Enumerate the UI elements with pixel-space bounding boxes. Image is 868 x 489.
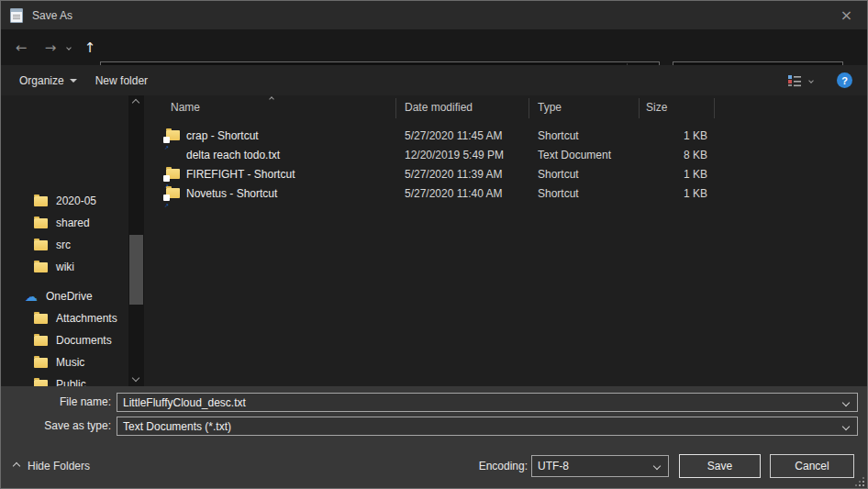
navigation-pane: 2020-05 shared src wiki ☁ OneDrive Attac… — [1, 95, 148, 386]
file-row[interactable]: delta reach todo.txt 12/20/2019 5:49 PM … — [148, 146, 867, 165]
file-name-input[interactable] — [117, 396, 843, 409]
column-header-type[interactable]: Type — [538, 101, 562, 114]
file-name-combobox[interactable] — [117, 393, 858, 412]
cancel-button[interactable]: Cancel — [770, 454, 854, 478]
file-row[interactable]: crap - Shortcut 5/27/2020 11:45 AM Short… — [148, 127, 867, 146]
encoding-dropdown[interactable]: UTF-8 — [531, 455, 669, 477]
file-rows: crap - Shortcut 5/27/2020 11:45 AM Short… — [148, 127, 867, 204]
help-button[interactable]: ? — [837, 72, 852, 88]
back-button[interactable]: ← — [8, 29, 34, 65]
details-view-icon[interactable] — [787, 74, 802, 87]
chevron-down-icon — [70, 79, 77, 83]
chevron-down-icon[interactable] — [653, 462, 661, 470]
column-divider[interactable] — [529, 98, 529, 118]
forward-button[interactable]: → — [38, 29, 63, 65]
sidebar-item-wiki[interactable]: wiki — [1, 256, 128, 278]
folder-icon — [34, 218, 48, 228]
hide-folders-label: Hide Folders — [28, 460, 90, 472]
folder-icon — [34, 358, 48, 368]
save-as-dialog: Save As × ← → ↑ This PC Desktop ↻ Organ — [0, 0, 868, 489]
encoding-value: UTF-8 — [532, 460, 654, 472]
folder-icon — [34, 380, 48, 387]
recent-locations-button[interactable] — [61, 29, 76, 65]
folder-icon — [34, 240, 48, 250]
chevron-down-icon[interactable] — [842, 422, 850, 429]
folder-icon — [34, 336, 48, 346]
shortcut-arrow-icon — [163, 175, 170, 182]
save-as-type-dropdown[interactable]: Text Documents (*.txt) — [117, 417, 858, 436]
save-button[interactable]: Save — [679, 454, 761, 478]
folder-shortcut-icon — [166, 130, 180, 140]
bottom-panel: File name: Save as type: Text Documents … — [1, 386, 867, 489]
column-header-date-modified[interactable]: Date modified — [405, 101, 473, 114]
scrollbar-thumb[interactable] — [129, 235, 143, 305]
save-as-type-value: Text Documents (*.txt) — [117, 420, 843, 433]
navigation-bar: ← → ↑ This PC Desktop ↻ — [1, 29, 867, 65]
sidebar-item-2020-05[interactable]: 2020-05 — [1, 190, 128, 212]
resize-grip[interactable] — [856, 478, 864, 486]
organize-button[interactable]: Organize — [10, 65, 86, 95]
file-list: Name Date modified Type Size crap - Shor… — [148, 95, 867, 386]
sort-ascending-icon — [269, 96, 274, 102]
hide-folders-button[interactable]: Hide Folders — [14, 454, 90, 478]
folder-icon — [34, 196, 48, 206]
command-toolbar: Organize New folder ? — [1, 65, 867, 95]
organize-label: Organize — [19, 74, 64, 87]
close-button[interactable]: × — [826, 1, 867, 29]
sidebar-item-documents[interactable]: Documents — [1, 329, 128, 351]
file-row[interactable]: Novetus - Shortcut 5/27/2020 11:40 AM Sh… — [148, 184, 867, 204]
main-area: 2020-05 shared src wiki ☁ OneDrive Attac… — [1, 95, 867, 386]
folder-icon — [34, 262, 48, 272]
column-headers: Name Date modified Type Size — [148, 95, 867, 120]
column-divider[interactable] — [714, 98, 715, 118]
sidebar-item-music[interactable]: Music — [1, 351, 128, 373]
chevron-down-icon[interactable] — [842, 398, 850, 406]
column-header-size[interactable]: Size — [646, 101, 667, 114]
sidebar-scrollbar[interactable] — [128, 95, 144, 386]
sidebar-item-onedrive[interactable]: ☁ OneDrive — [1, 285, 128, 307]
window-title: Save As — [32, 9, 72, 22]
sidebar-item-attachments[interactable]: Attachments — [1, 307, 128, 329]
title-bar: Save As × — [1, 1, 867, 29]
column-header-name[interactable]: Name — [171, 101, 200, 114]
new-folder-button[interactable]: New folder — [86, 65, 157, 95]
up-button[interactable]: ↑ — [78, 29, 102, 65]
folder-icon — [34, 314, 48, 324]
new-folder-label: New folder — [95, 74, 148, 87]
view-dropdown-button[interactable] — [809, 79, 813, 83]
shortcut-arrow-icon — [163, 137, 170, 143]
encoding-label: Encoding: — [460, 454, 528, 478]
shortcut-arrow-icon — [163, 194, 170, 201]
save-as-type-label: Save as type: — [1, 417, 111, 436]
column-divider[interactable] — [395, 98, 396, 118]
folder-shortcut-icon — [166, 188, 180, 198]
sidebar-item-public[interactable]: Public — [1, 373, 128, 386]
sidebar-item-shared[interactable]: shared — [1, 212, 128, 234]
folder-shortcut-icon — [166, 169, 180, 179]
notepad-app-icon — [10, 8, 23, 23]
scroll-down-icon[interactable] — [132, 374, 139, 382]
file-name-label: File name: — [1, 393, 111, 412]
scroll-up-icon[interactable] — [132, 99, 139, 106]
sidebar-item-src[interactable]: src — [1, 234, 128, 256]
onedrive-cloud-icon: ☁ — [25, 290, 38, 303]
file-row[interactable]: FIREFIGHT - Shortcut 5/27/2020 11:39 AM … — [148, 165, 867, 184]
chevron-up-icon — [13, 462, 20, 470]
column-divider[interactable] — [639, 98, 640, 118]
